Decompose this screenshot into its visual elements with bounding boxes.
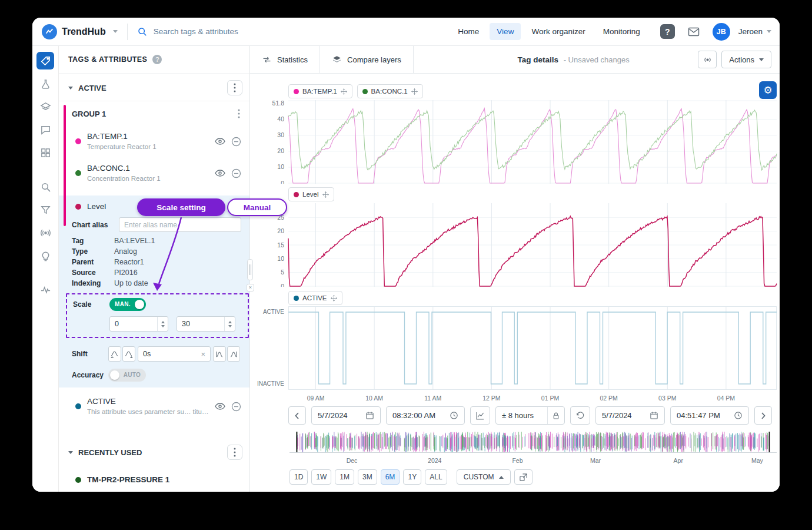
range-1m-button[interactable]: 1M	[335, 469, 354, 485]
shift-back-icon[interactable]	[108, 346, 121, 362]
context-overview-strip[interactable]	[289, 432, 777, 453]
end-date-field[interactable]: 5/7/2024	[595, 406, 665, 425]
group-row[interactable]: GROUP 1	[59, 101, 249, 126]
flask-icon[interactable]	[36, 75, 54, 92]
move-icon[interactable]	[331, 295, 337, 302]
pulse-icon[interactable]	[36, 281, 54, 299]
remove-minus-icon[interactable]	[231, 402, 241, 412]
legend-chip-ba-conc[interactable]: BA:CONC.1	[357, 84, 423, 98]
panel-resize-handle[interactable]	[247, 259, 253, 280]
scale-max-value[interactable]	[177, 320, 224, 328]
panel-collapse-button[interactable]: ×	[247, 284, 254, 292]
clear-icon[interactable]: ×	[201, 350, 205, 359]
lock-icon[interactable]	[547, 407, 564, 424]
move-icon[interactable]	[322, 191, 329, 198]
section-recently-used[interactable]: RECENTLY USED	[59, 440, 249, 464]
svg-text:ACTIVE: ACTIVE	[263, 309, 284, 315]
group-menu-button[interactable]	[235, 107, 242, 121]
range-1d-button[interactable]: 1D	[289, 469, 308, 485]
statistics-button[interactable]: Statistics	[250, 46, 320, 73]
svg-text:10: 10	[277, 163, 284, 170]
remove-minus-icon[interactable]	[231, 137, 241, 147]
stepper-icon[interactable]	[224, 317, 235, 331]
level-chart[interactable]: 2520151050	[250, 203, 780, 287]
history-button[interactable]	[570, 406, 590, 425]
shift-forward-icon[interactable]	[122, 346, 135, 362]
end-time-field[interactable]: 04:51:47 PM	[670, 406, 749, 425]
custom-range-button[interactable]: CUSTOM	[457, 469, 511, 485]
accuracy-auto-toggle[interactable]: AUTO	[108, 369, 146, 382]
scale-min-input[interactable]	[109, 316, 168, 332]
range-1w-button[interactable]: 1W	[311, 469, 331, 485]
shift-value: 0s	[143, 350, 151, 358]
range-all-button[interactable]: ALL	[425, 469, 447, 485]
section-active[interactable]: ACTIVE	[59, 76, 249, 100]
nav-monitoring[interactable]: Monitoring	[596, 23, 647, 40]
remove-minus-icon[interactable]	[231, 168, 241, 178]
live-broadcast-icon[interactable]	[36, 224, 54, 241]
avatar[interactable]: JB	[713, 23, 730, 41]
temp-conc-chart[interactable]: 51.8403020100	[250, 100, 780, 184]
layers-icon[interactable]	[36, 98, 54, 115]
comment-icon[interactable]	[36, 121, 54, 138]
panel-help-icon[interactable]: ?	[152, 55, 162, 64]
range-3m-button[interactable]: 3M	[358, 469, 377, 485]
legend-chip-ba-temp[interactable]: BA:TEMP.1	[288, 84, 352, 98]
dashboard-icon[interactable]	[36, 144, 54, 161]
scale-max-input[interactable]	[177, 316, 235, 332]
brand: TrendHub	[32, 24, 118, 39]
tag-item-recent[interactable]: TM-PR2-PRESSURE 1	[59, 471, 249, 484]
chart-alias-input[interactable]	[119, 217, 241, 232]
step-forward-button[interactable]	[754, 406, 772, 425]
brand-dropdown-caret-icon[interactable]	[113, 30, 118, 33]
mail-icon[interactable]	[688, 27, 700, 37]
duration-field[interactable]: ± 8 hours	[495, 406, 565, 425]
scale-min-value[interactable]	[110, 320, 157, 328]
help-icon[interactable]: ?	[660, 24, 675, 39]
tag-item-ba-temp[interactable]: BA:TEMP.1 Temperature Reactor 1	[59, 126, 249, 158]
move-icon[interactable]	[341, 88, 347, 95]
compare-layers-button[interactable]: Compare layers	[320, 46, 414, 73]
top-bar: TrendHub Home View Work organizer Monito…	[32, 18, 780, 46]
tag-item-ba-conc[interactable]: BA:CONC.1 Concentration Reactor 1	[59, 158, 249, 190]
shift-align-left-icon[interactable]	[213, 346, 226, 362]
tags-rail-button[interactable]	[36, 52, 54, 69]
lightbulb-icon[interactable]	[36, 247, 54, 264]
remove-minus-icon[interactable]	[231, 201, 241, 211]
start-time-field[interactable]: 08:32:00 AM	[386, 406, 465, 425]
filter-icon[interactable]	[36, 201, 54, 218]
collapse-caret-icon	[68, 87, 73, 90]
nav-home[interactable]: Home	[451, 23, 486, 40]
visibility-eye-icon[interactable]	[215, 203, 225, 211]
legend-chip-active[interactable]: ACTIVE	[288, 291, 342, 305]
manual-scale-toggle[interactable]: MAN.	[109, 298, 146, 311]
tag-item-active-attribute[interactable]: ACTIVE This attribute uses parameter su……	[59, 391, 249, 423]
svg-text:INACTIVE: INACTIVE	[257, 380, 284, 387]
search-rail-icon[interactable]	[36, 178, 54, 196]
user-menu[interactable]: Jeroen	[738, 27, 771, 36]
legend-chip-level[interactable]: Level	[288, 187, 334, 201]
recent-section-menu-button[interactable]	[227, 445, 242, 460]
visibility-eye-icon[interactable]	[215, 137, 225, 145]
shift-value-input[interactable]: 0s ×	[138, 346, 211, 362]
context-label: May	[751, 457, 763, 464]
step-back-button[interactable]	[288, 406, 306, 425]
active-digital-chart[interactable]: ACTIVEINACTIVE	[250, 306, 780, 390]
custom-range-picker-button[interactable]	[514, 469, 533, 485]
move-icon[interactable]	[411, 88, 418, 95]
nav-work-organizer[interactable]: Work organizer	[524, 23, 592, 40]
visibility-eye-icon[interactable]	[215, 169, 225, 177]
search-input[interactable]	[152, 26, 299, 37]
actions-button[interactable]: Actions	[721, 51, 771, 68]
range-6m-button[interactable]: 6M	[381, 469, 400, 485]
shift-align-right-icon[interactable]	[227, 346, 240, 362]
range-1y-button[interactable]: 1Y	[403, 469, 421, 485]
start-date-field[interactable]: 5/7/2024	[311, 406, 381, 425]
focus-chart-button[interactable]	[470, 406, 490, 425]
chart-settings-gear-button[interactable]: ⚙	[759, 81, 777, 99]
visibility-eye-icon[interactable]	[215, 402, 225, 410]
tag-item-level[interactable]: Level	[59, 196, 249, 216]
stepper-icon[interactable]	[157, 317, 168, 331]
nav-view[interactable]: View	[490, 23, 521, 40]
active-section-menu-button[interactable]	[227, 80, 242, 95]
